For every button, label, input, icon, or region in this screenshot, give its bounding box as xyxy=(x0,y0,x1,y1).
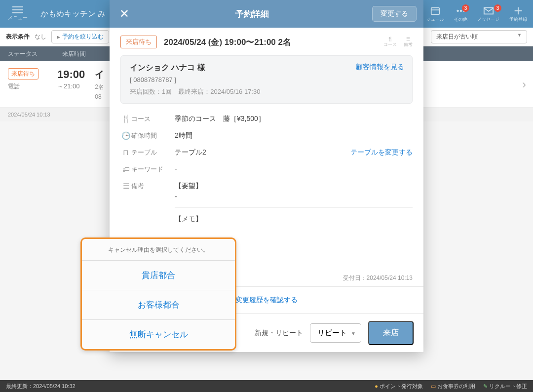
keyword-value: - xyxy=(175,165,413,173)
keyword-row: 🏷 キーワード - xyxy=(120,161,413,178)
point-dot-icon: ● xyxy=(375,383,378,389)
note-icon: ☰ xyxy=(120,182,131,191)
course-row: 🍴 コース 季節のコース 藤［¥3,500］ xyxy=(120,111,413,127)
customer-stats: 来店回数：1回 最終来店：2024/05/16 17:30 xyxy=(130,87,403,96)
voucher-icon: ▭ xyxy=(431,383,436,389)
cancel-popup-title: キャンセル理由を選択してください。 xyxy=(82,239,235,260)
cancel-option-customer[interactable]: お客様都合 xyxy=(82,290,235,319)
note-mini-icon: ☰ 備考 xyxy=(404,37,413,48)
close-button[interactable]: ✕ xyxy=(116,5,132,23)
duration-row: 🕒 確保時間 2時間 xyxy=(120,127,413,144)
change-table-link[interactable]: テーブルを変更する xyxy=(350,148,413,157)
table-value: テーブル2 xyxy=(175,148,350,157)
note-mini-label: 備考 xyxy=(404,41,413,48)
utensils-icon: 🍴 xyxy=(120,115,131,123)
status-line: 来店待ち 2024/05/24 (金) 19:00〜21:00 2名 🍴 コース… xyxy=(120,36,413,48)
customer-card: インショク ハナコ 様 [ 08087878787 ] 来店回数：1回 最終来店… xyxy=(120,55,413,104)
repeat-select[interactable]: リピート xyxy=(310,323,361,343)
course-mini-label: コース xyxy=(383,41,397,48)
keyword-label: キーワード xyxy=(131,165,175,174)
recruit-label: リクルート修正 xyxy=(489,383,527,389)
modal-header: ✕ 予約詳細 変更する xyxy=(110,0,423,28)
modal-body: 来店待ち 2024/05/24 (金) 19:00〜21:00 2名 🍴 コース… xyxy=(110,28,423,271)
course-label: コース xyxy=(131,115,175,123)
table-row: ⊓ テーブル テーブル2 テーブルを変更する xyxy=(120,144,413,161)
note-memo: 【メモ】 xyxy=(175,215,413,224)
status-right: ● ポイント発行対象 ▭ お食事券の利用 ✎ リクルート修正 xyxy=(375,383,527,390)
last-updated: 最終更新：2024/05/24 10:32 xyxy=(6,383,76,390)
clock-icon: 🕒 xyxy=(120,131,131,140)
modal-status-chip: 来店待ち xyxy=(120,36,157,48)
voucher-indicator: ▭ お食事券の利用 xyxy=(431,383,475,390)
recruit-icon: ✎ xyxy=(483,383,488,389)
duration-value: 2時間 xyxy=(175,131,413,140)
repeat-label: 新規・リピート xyxy=(255,329,303,338)
point-label: ポイント発行対象 xyxy=(380,383,423,389)
separator xyxy=(175,207,413,208)
note-req: 【要望】 xyxy=(175,182,413,191)
customer-phone: [ 08087878787 ] xyxy=(130,76,403,83)
modal-title: 予約詳細 xyxy=(132,8,372,20)
inline-icons: 🍴 コース ☰ 備考 xyxy=(383,37,413,48)
modal-overlay: ✕ 予約詳細 変更する 来店待ち 2024/05/24 (金) 19:00〜21… xyxy=(0,0,533,392)
table-label: テーブル xyxy=(131,148,175,157)
recruit-indicator: ✎ リクルート修正 xyxy=(483,383,527,390)
tag-icon: 🏷 xyxy=(120,165,131,173)
status-bar: 最終更新：2024/05/24 10:32 ● ポイント発行対象 ▭ お食事券の… xyxy=(0,380,533,392)
note-dash: - xyxy=(175,193,413,200)
note-icon: ☰ xyxy=(406,37,410,41)
cancel-option-noshow[interactable]: 無断キャンセル xyxy=(82,319,235,349)
note-row: ☰ 備考 【要望】 - xyxy=(120,178,413,204)
utensils-icon: 🍴 xyxy=(387,37,393,41)
voucher-label: お食事券の利用 xyxy=(437,383,475,389)
course-mini-icon: 🍴 コース xyxy=(383,37,397,48)
repeat-value: リピート xyxy=(317,328,347,337)
modal-date: 2024/05/24 (金) 19:00〜21:00 2名 xyxy=(164,37,291,48)
change-button[interactable]: 変更する xyxy=(372,6,417,22)
table-icon: ⊓ xyxy=(120,148,131,157)
cancel-reason-popup: キャンセル理由を選択してください。 貴店都合 お客様都合 無断キャンセル xyxy=(80,237,236,351)
memo-row: 【メモ】 xyxy=(120,211,413,228)
note-label: 備考 xyxy=(131,182,175,191)
customer-info-link[interactable]: 顧客情報を見る xyxy=(356,63,404,72)
course-value: 季節のコース 藤［¥3,500］ xyxy=(175,115,413,123)
cancel-option-store[interactable]: 貴店都合 xyxy=(82,260,235,290)
duration-label: 確保時間 xyxy=(131,131,175,140)
arrive-button[interactable]: 来店 xyxy=(368,321,414,345)
point-indicator: ● ポイント発行対象 xyxy=(375,383,423,390)
note-value: 【要望】 - xyxy=(175,182,413,200)
